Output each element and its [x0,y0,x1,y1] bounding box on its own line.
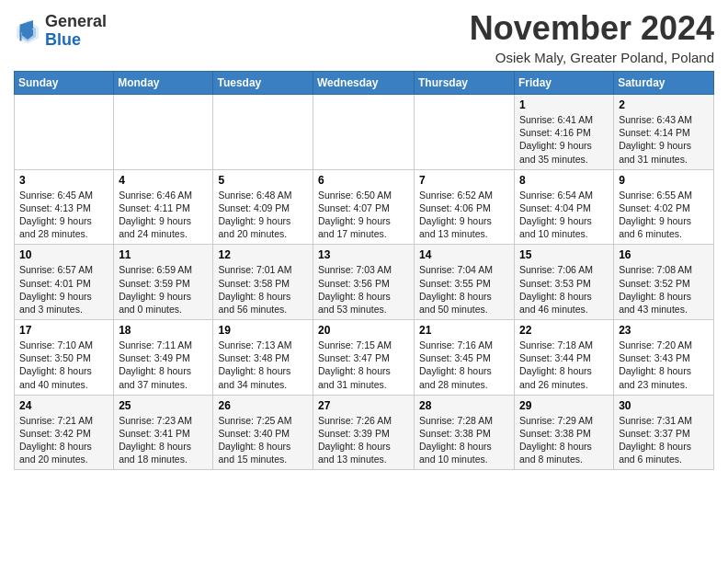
day-info: Sunrise: 7:29 AM Sunset: 3:38 PM Dayligh… [519,414,609,466]
calendar-week-row: 24Sunrise: 7:21 AM Sunset: 3:42 PM Dayli… [15,395,714,470]
calendar-cell: 25Sunrise: 7:23 AM Sunset: 3:41 PM Dayli… [114,395,213,470]
day-number: 6 [318,174,409,187]
day-info: Sunrise: 6:45 AM Sunset: 4:13 PM Dayligh… [19,189,108,241]
day-number: 29 [519,399,609,412]
calendar-cell: 7Sunrise: 6:52 AM Sunset: 4:06 PM Daylig… [415,169,515,245]
day-info: Sunrise: 6:50 AM Sunset: 4:07 PM Dayligh… [318,189,409,241]
day-info: Sunrise: 7:15 AM Sunset: 3:47 PM Dayligh… [318,339,409,391]
location: Osiek Maly, Greater Poland, Poland [470,50,714,65]
day-of-week-header: Wednesday [313,72,415,95]
day-of-week-header: Saturday [614,72,714,95]
day-number: 10 [19,248,108,261]
day-info: Sunrise: 7:26 AM Sunset: 3:39 PM Dayligh… [318,414,409,466]
day-info: Sunrise: 7:03 AM Sunset: 3:56 PM Dayligh… [318,263,409,316]
day-number: 28 [419,399,509,412]
day-info: Sunrise: 7:23 AM Sunset: 3:41 PM Dayligh… [119,414,208,466]
calendar-cell: 28Sunrise: 7:28 AM Sunset: 3:38 PM Dayli… [415,395,515,470]
calendar-week-row: 3Sunrise: 6:45 AM Sunset: 4:13 PM Daylig… [15,169,714,245]
calendar-cell: 14Sunrise: 7:04 AM Sunset: 3:55 PM Dayli… [415,245,515,320]
day-number: 9 [619,174,709,187]
day-info: Sunrise: 7:31 AM Sunset: 3:37 PM Dayligh… [619,414,709,466]
calendar-cell: 8Sunrise: 6:54 AM Sunset: 4:04 PM Daylig… [515,169,614,245]
calendar-cell: 18Sunrise: 7:11 AM Sunset: 3:49 PM Dayli… [114,320,213,396]
page-header: General Blue November 2024 Osiek Maly, G… [14,9,714,65]
day-info: Sunrise: 7:01 AM Sunset: 3:58 PM Dayligh… [218,263,308,316]
day-info: Sunrise: 7:25 AM Sunset: 3:40 PM Dayligh… [218,414,308,466]
day-number: 8 [519,174,609,187]
calendar-cell: 24Sunrise: 7:21 AM Sunset: 3:42 PM Dayli… [15,395,114,470]
day-number: 2 [619,98,709,111]
calendar-week-row: 17Sunrise: 7:10 AM Sunset: 3:50 PM Dayli… [15,320,714,396]
day-number: 12 [218,248,308,261]
logo-text: General Blue [45,13,107,50]
calendar-cell: 11Sunrise: 6:59 AM Sunset: 3:59 PM Dayli… [114,245,213,320]
calendar-cell: 4Sunrise: 6:46 AM Sunset: 4:11 PM Daylig… [114,169,213,245]
calendar-cell [114,95,213,170]
day-number: 22 [519,324,609,337]
day-of-week-header: Friday [515,72,614,95]
calendar-cell: 17Sunrise: 7:10 AM Sunset: 3:50 PM Dayli… [15,320,114,396]
logo-blue: Blue [45,31,107,50]
day-info: Sunrise: 6:43 AM Sunset: 4:14 PM Dayligh… [619,113,709,166]
day-info: Sunrise: 7:10 AM Sunset: 3:50 PM Dayligh… [19,339,108,391]
day-of-week-header: Tuesday [213,72,313,95]
day-info: Sunrise: 7:11 AM Sunset: 3:49 PM Dayligh… [119,339,208,391]
day-number: 19 [218,324,308,337]
calendar-cell: 30Sunrise: 7:31 AM Sunset: 3:37 PM Dayli… [614,395,714,470]
calendar-cell: 2Sunrise: 6:43 AM Sunset: 4:14 PM Daylig… [614,95,714,170]
day-info: Sunrise: 6:59 AM Sunset: 3:59 PM Dayligh… [119,263,208,316]
day-number: 16 [619,248,709,261]
day-info: Sunrise: 7:06 AM Sunset: 3:53 PM Dayligh… [519,263,609,316]
day-info: Sunrise: 7:28 AM Sunset: 3:38 PM Dayligh… [419,414,509,466]
day-info: Sunrise: 7:08 AM Sunset: 3:52 PM Dayligh… [619,263,709,316]
day-of-week-header: Thursday [415,72,515,95]
month-title: November 2024 [470,9,714,48]
calendar-cell: 21Sunrise: 7:16 AM Sunset: 3:45 PM Dayli… [415,320,515,396]
calendar-cell: 3Sunrise: 6:45 AM Sunset: 4:13 PM Daylig… [15,169,114,245]
calendar-cell: 23Sunrise: 7:20 AM Sunset: 3:43 PM Dayli… [614,320,714,396]
day-of-week-header: Sunday [15,72,114,95]
calendar-week-row: 1Sunrise: 6:41 AM Sunset: 4:16 PM Daylig… [15,95,714,170]
logo: General Blue [14,13,107,50]
calendar-cell: 27Sunrise: 7:26 AM Sunset: 3:39 PM Dayli… [313,395,415,470]
day-number: 1 [519,98,609,111]
day-number: 27 [318,399,409,412]
day-number: 5 [218,174,308,187]
day-number: 18 [119,324,208,337]
day-number: 7 [419,174,509,187]
calendar-header: SundayMondayTuesdayWednesdayThursdayFrid… [15,72,714,95]
day-info: Sunrise: 7:20 AM Sunset: 3:43 PM Dayligh… [619,339,709,391]
calendar-week-row: 10Sunrise: 6:57 AM Sunset: 4:01 PM Dayli… [15,245,714,320]
calendar-cell: 9Sunrise: 6:55 AM Sunset: 4:02 PM Daylig… [614,169,714,245]
logo-icon [14,17,41,45]
calendar-cell: 13Sunrise: 7:03 AM Sunset: 3:56 PM Dayli… [313,245,415,320]
day-number: 3 [19,174,108,187]
calendar-cell: 22Sunrise: 7:18 AM Sunset: 3:44 PM Dayli… [515,320,614,396]
day-number: 24 [19,399,108,412]
day-info: Sunrise: 7:21 AM Sunset: 3:42 PM Dayligh… [19,414,108,466]
day-info: Sunrise: 7:16 AM Sunset: 3:45 PM Dayligh… [419,339,509,391]
calendar-cell: 16Sunrise: 7:08 AM Sunset: 3:52 PM Dayli… [614,245,714,320]
day-info: Sunrise: 6:41 AM Sunset: 4:16 PM Dayligh… [519,113,609,166]
title-block: November 2024 Osiek Maly, Greater Poland… [470,9,714,65]
calendar-cell [313,95,415,170]
day-number: 11 [119,248,208,261]
calendar-cell: 12Sunrise: 7:01 AM Sunset: 3:58 PM Dayli… [213,245,313,320]
day-number: 25 [119,399,208,412]
calendar-cell: 26Sunrise: 7:25 AM Sunset: 3:40 PM Dayli… [213,395,313,470]
day-info: Sunrise: 7:04 AM Sunset: 3:55 PM Dayligh… [419,263,509,316]
day-number: 30 [619,399,709,412]
calendar-cell: 6Sunrise: 6:50 AM Sunset: 4:07 PM Daylig… [313,169,415,245]
calendar-cell: 10Sunrise: 6:57 AM Sunset: 4:01 PM Dayli… [15,245,114,320]
day-number: 15 [519,248,609,261]
calendar-cell: 20Sunrise: 7:15 AM Sunset: 3:47 PM Dayli… [313,320,415,396]
day-number: 21 [419,324,509,337]
day-number: 13 [318,248,409,261]
day-number: 23 [619,324,709,337]
day-info: Sunrise: 7:18 AM Sunset: 3:44 PM Dayligh… [519,339,609,391]
day-info: Sunrise: 6:52 AM Sunset: 4:06 PM Dayligh… [419,189,509,241]
calendar-cell: 19Sunrise: 7:13 AM Sunset: 3:48 PM Dayli… [213,320,313,396]
calendar-cell: 5Sunrise: 6:48 AM Sunset: 4:09 PM Daylig… [213,169,313,245]
day-number: 17 [19,324,108,337]
day-number: 14 [419,248,509,261]
